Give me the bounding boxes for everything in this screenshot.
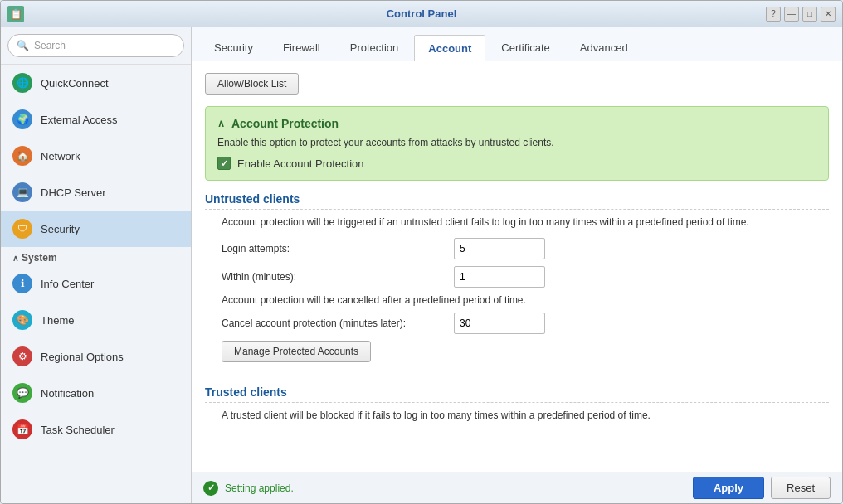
cancel-description: Account protection will be cancelled aft…: [205, 294, 829, 306]
sidebar-search-container: 🔍 Search: [1, 27, 191, 65]
account-protection-title: Account Protection: [231, 117, 339, 130]
sidebar-item-security[interactable]: 🛡 Security: [1, 211, 191, 247]
tab-bar: Security Firewall Protection Account Cer…: [192, 27, 842, 61]
control-panel-window: 📋 Control Panel ? — □ ✕ 🔍 Search 🌐 Quick…: [0, 0, 843, 504]
content-scroll: Allow/Block List ∧ Account Protection En…: [192, 61, 842, 472]
system-section-arrow: ∧: [12, 254, 18, 263]
sidebar-label-task-scheduler: Task Scheduler: [41, 424, 115, 436]
network-icon: 🏠: [12, 146, 32, 166]
app-icon: 📋: [7, 6, 24, 22]
search-placeholder: Search: [34, 40, 66, 51]
within-minutes-label: Within (minutes):: [222, 271, 454, 283]
cancel-protection-input[interactable]: [454, 313, 545, 334]
minimize-button[interactable]: —: [784, 7, 799, 22]
sidebar-section-label-system: System: [22, 252, 57, 264]
external-access-icon: 🌍: [12, 109, 32, 129]
sidebar-item-network[interactable]: 🏠 Network: [1, 138, 191, 174]
account-protection-arrow: ∧: [217, 118, 225, 129]
account-protection-section: ∧ Account Protection Enable this option …: [205, 106, 829, 181]
account-protection-header: ∧ Account Protection: [217, 117, 816, 130]
sidebar-label-regional-options: Regional Options: [41, 351, 124, 363]
sidebar-label-external-access: External Access: [41, 114, 118, 126]
main-layout: 🔍 Search 🌐 QuickConnect 🌍 External Acces…: [1, 27, 842, 503]
trusted-clients-description: A trusted client will be blocked if it f…: [205, 410, 829, 421]
sidebar-item-quickconnect[interactable]: 🌐 QuickConnect: [1, 65, 191, 101]
sidebar-label-security: Security: [41, 223, 80, 235]
sidebar-section-system[interactable]: ∧ System: [1, 247, 191, 265]
manage-protected-accounts-button[interactable]: Manage Protected Accounts: [222, 341, 371, 362]
quickconnect-icon: 🌐: [12, 73, 32, 93]
theme-icon: 🎨: [12, 310, 32, 330]
tab-protection[interactable]: Protection: [336, 34, 413, 61]
close-button[interactable]: ✕: [821, 7, 836, 22]
login-attempts-input[interactable]: [454, 238, 545, 259]
sidebar-item-task-scheduler[interactable]: 📅 Task Scheduler: [1, 411, 191, 448]
search-box[interactable]: 🔍 Search: [7, 34, 184, 57]
sidebar-label-notification: Notification: [41, 387, 94, 400]
sidebar-item-theme[interactable]: 🎨 Theme: [1, 302, 191, 338]
window-controls: ? — □ ✕: [766, 7, 836, 22]
allow-block-list-button[interactable]: Allow/Block List: [205, 73, 299, 94]
untrusted-clients-description: Account protection will be triggered if …: [205, 216, 829, 228]
trusted-clients-section: Trusted clients A trusted client will be…: [205, 385, 829, 421]
security-icon: 🛡: [12, 219, 32, 239]
sidebar: 🔍 Search 🌐 QuickConnect 🌍 External Acces…: [1, 27, 192, 503]
notification-icon: 💬: [12, 383, 32, 403]
account-protection-description: Enable this option to protect your accou…: [217, 137, 816, 148]
tab-firewall[interactable]: Firewall: [269, 34, 334, 61]
login-attempts-row: Login attempts:: [205, 238, 829, 259]
status-success-icon: ✓: [203, 481, 218, 496]
status-message: ✓ Setting applied.: [203, 481, 294, 496]
trusted-clients-title: Trusted clients: [205, 385, 829, 403]
tab-certificate[interactable]: Certificate: [487, 34, 564, 61]
sidebar-item-regional-options[interactable]: ⚙ Regional Options: [1, 338, 191, 375]
login-attempts-label: Login attempts:: [222, 243, 454, 254]
window-title: Control Panel: [387, 7, 457, 20]
cancel-protection-label: Cancel account protection (minutes later…: [222, 317, 454, 329]
apply-button[interactable]: Apply: [693, 477, 764, 499]
task-scheduler-icon: 📅: [12, 419, 32, 439]
sidebar-item-external-access[interactable]: 🌍 External Access: [1, 101, 191, 138]
sidebar-label-theme: Theme: [41, 314, 74, 327]
enable-protection-label: Enable Account Protection: [237, 158, 364, 170]
sidebar-label-info-center: Info Center: [41, 278, 94, 290]
cancel-protection-row: Cancel account protection (minutes later…: [205, 313, 829, 334]
untrusted-clients-title: Untrusted clients: [205, 192, 829, 210]
sidebar-item-info-center[interactable]: ℹ Info Center: [1, 265, 191, 302]
help-button[interactable]: ?: [766, 7, 781, 22]
tab-account[interactable]: Account: [414, 35, 485, 61]
sidebar-label-network: Network: [41, 150, 80, 162]
tab-security[interactable]: Security: [200, 34, 267, 61]
statusbar: ✓ Setting applied. Apply Reset: [192, 472, 842, 503]
content-area: Security Firewall Protection Account Cer…: [192, 27, 842, 503]
search-icon: 🔍: [17, 40, 29, 51]
within-minutes-row: Within (minutes):: [205, 266, 829, 288]
sidebar-item-dhcp-server[interactable]: 💻 DHCP Server: [1, 174, 191, 211]
statusbar-buttons: Apply Reset: [693, 477, 831, 499]
dhcp-icon: 💻: [12, 182, 32, 202]
sidebar-item-notification[interactable]: 💬 Notification: [1, 375, 191, 411]
maximize-button[interactable]: □: [802, 7, 817, 22]
sidebar-label-dhcp-server: DHCP Server: [41, 187, 106, 199]
tab-advanced[interactable]: Advanced: [566, 34, 642, 61]
status-text: Setting applied.: [225, 482, 294, 494]
sidebar-label-quickconnect: QuickConnect: [41, 77, 109, 90]
enable-protection-row: Enable Account Protection: [217, 157, 816, 170]
regional-options-icon: ⚙: [12, 346, 32, 366]
enable-protection-checkbox[interactable]: [217, 157, 231, 170]
info-center-icon: ℹ: [12, 274, 32, 293]
within-minutes-input[interactable]: [454, 266, 545, 288]
untrusted-clients-section: Untrusted clients Account protection wil…: [205, 192, 829, 374]
reset-button[interactable]: Reset: [771, 477, 831, 499]
titlebar: 📋 Control Panel ? — □ ✕: [1, 1, 842, 27]
